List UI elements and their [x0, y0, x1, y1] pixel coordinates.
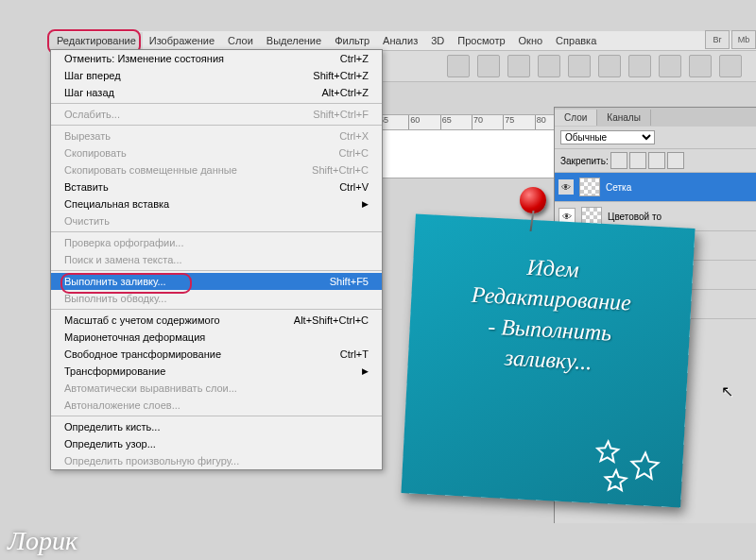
menu-слои[interactable]: Слои — [221, 32, 260, 49]
menu-item: ВырезатьCtrl+X — [51, 127, 382, 144]
canvas[interactable] — [378, 129, 569, 178]
menu-separator — [51, 416, 382, 416]
menu-item-label: Свободное трансформирование — [64, 348, 221, 360]
align-icon[interactable] — [538, 55, 560, 77]
author-watermark: Лорик — [8, 526, 77, 556]
menubar: РедактированиеИзображениеСлоиВыделениеФи… — [50, 31, 756, 50]
menu-item-shortcut: Ctrl+V — [339, 181, 369, 193]
menu-separator — [51, 231, 382, 232]
lock-pixels-icon[interactable] — [610, 152, 627, 169]
menu-просмотр[interactable]: Просмотр — [451, 32, 511, 49]
menu-item[interactable]: Определить узор... — [51, 435, 382, 452]
menu-item[interactable]: ВставитьCtrl+V — [51, 178, 382, 195]
menu-item-label: Масштаб с учетом содержимого — [64, 314, 220, 326]
align-icon[interactable] — [719, 55, 742, 77]
minibridge-button[interactable]: Mb — [731, 30, 756, 49]
menu-выделение[interactable]: Выделение — [260, 32, 328, 49]
menu-справка[interactable]: Справка — [549, 32, 603, 49]
menu-item[interactable]: Марионеточная деформация — [51, 329, 382, 346]
menu-item-label: Автоналожение слоев... — [64, 399, 180, 411]
menu-item: СкопироватьCtrl+C — [51, 144, 382, 161]
menu-item-label: Очистить — [64, 215, 110, 227]
align-icon[interactable] — [447, 55, 470, 77]
align-icon[interactable] — [568, 55, 591, 77]
menu-item-shortcut: Ctrl+Z — [340, 53, 369, 64]
menu-фильтр[interactable]: Фильтр — [328, 32, 376, 49]
menu-item-shortcut: Alt+Ctrl+Z — [321, 87, 369, 98]
menu-редактирование[interactable]: Редактирование — [50, 32, 143, 49]
menu-item: Автоналожение слоев... — [51, 397, 382, 414]
blend-mode-select[interactable]: Обычные — [560, 130, 655, 144]
tab-channels[interactable]: Каналы — [597, 110, 651, 126]
menu-item: Поиск и замена текста... — [51, 251, 382, 268]
menu-item-label: Выполнить заливку... — [64, 276, 166, 287]
align-controls — [447, 55, 742, 77]
menu-3d[interactable]: 3D — [424, 32, 451, 49]
menu-item: Определить произвольную фигуру... — [51, 452, 382, 469]
menu-item-label: Выполнить обводку... — [64, 293, 166, 304]
photoshop-workspace: РедактированиеИзображениеСлоиВыделениеФи… — [0, 0, 756, 560]
menu-окно[interactable]: Окно — [512, 32, 550, 49]
align-icon[interactable] — [477, 55, 500, 77]
menu-item[interactable]: Отменить: Изменение состоянияCtrl+Z — [51, 50, 382, 67]
menu-item-shortcut: Shift+F5 — [330, 276, 369, 287]
menu-item[interactable]: Выполнить заливку...Shift+F5 — [51, 273, 382, 290]
align-icon[interactable] — [598, 55, 621, 77]
lock-transparency-icon[interactable] — [667, 152, 684, 169]
menu-item: Автоматически выравнивать слои... — [51, 380, 382, 397]
menu-item-label: Вставить — [64, 181, 109, 193]
menu-separator — [51, 270, 382, 271]
menu-item-label: Шаг назад — [64, 87, 114, 98]
menu-item[interactable]: Масштаб с учетом содержимогоAlt+Shift+Ct… — [51, 312, 382, 329]
push-pin-icon — [520, 187, 546, 213]
layer-name: Сетка — [606, 182, 752, 193]
lock-position-icon[interactable] — [629, 152, 646, 169]
menu-item: Выполнить обводку... — [51, 290, 382, 307]
menu-item[interactable]: Специальная вставка▶ — [51, 195, 382, 212]
menu-separator — [51, 309, 382, 310]
menu-item-label: Шаг вперед — [64, 70, 121, 81]
align-icon[interactable] — [659, 55, 681, 77]
lock-label: Закрепить: — [560, 156, 609, 166]
menu-item[interactable]: Определить кисть... — [51, 418, 382, 435]
tab-layers[interactable]: Слои — [555, 110, 597, 126]
layer-row[interactable]: 👁Сетка — [555, 173, 756, 202]
menu-item-label: Отменить: Изменение состояния — [64, 53, 224, 64]
lock-row: Закрепить: — [555, 149, 756, 173]
menu-item-label: Определить узор... — [64, 438, 156, 450]
panel-tabs: Слои Каналы — [555, 108, 756, 127]
menu-изображение[interactable]: Изображение — [143, 32, 221, 49]
menu-item-shortcut: Alt+Shift+Ctrl+C — [294, 314, 369, 326]
align-icon[interactable] — [689, 55, 712, 77]
bridge-button[interactable]: Br — [705, 30, 730, 49]
menu-item[interactable]: Свободное трансформированиеCtrl+T — [51, 346, 382, 363]
menu-item-label: Автоматически выравнивать слои... — [64, 382, 237, 394]
star-decorations — [587, 429, 676, 501]
menu-item: Скопировать совмещенные данныеShift+Ctrl… — [51, 161, 382, 178]
menu-item: Ослабить...Shift+Ctrl+F — [51, 106, 382, 123]
menu-separator — [51, 103, 382, 104]
menu-item-label: Поиск и замена текста... — [64, 254, 182, 265]
menu-item-shortcut: ▶ — [362, 366, 369, 376]
menu-item-label: Ослабить... — [64, 109, 120, 120]
tutorial-sticky-note: Идем Редактирование - Выполнить заливку.… — [401, 213, 695, 507]
menu-item-label: Скопировать — [64, 147, 127, 159]
lock-all-icon[interactable] — [648, 152, 665, 169]
ruler-tick: 75 — [504, 115, 535, 130]
align-icon[interactable] — [628, 55, 651, 77]
menu-item-label: Определить произвольную фигуру... — [64, 455, 239, 467]
menu-item[interactable]: Трансформирование▶ — [51, 363, 382, 380]
visibility-eye-icon[interactable]: 👁 — [558, 179, 574, 195]
note-text: Идем Редактирование - Выполнить заливку.… — [424, 246, 676, 382]
menu-item[interactable]: Шаг назадAlt+Ctrl+Z — [51, 84, 382, 101]
menu-item-label: Проверка орфографии... — [64, 237, 183, 248]
layer-thumbnail[interactable] — [579, 178, 600, 196]
cursor-arrow-icon: ↖ — [721, 382, 733, 400]
menu-separator — [51, 125, 382, 126]
align-icon[interactable] — [507, 55, 530, 77]
menu-item[interactable]: Шаг впередShift+Ctrl+Z — [51, 67, 382, 84]
menu-анализ[interactable]: Анализ — [376, 32, 424, 49]
edit-dropdown-menu: Отменить: Изменение состоянияCtrl+ZШаг в… — [50, 49, 383, 470]
layer-name: Цветовой то — [608, 212, 752, 222]
menu-item: Проверка орфографии... — [51, 234, 382, 251]
